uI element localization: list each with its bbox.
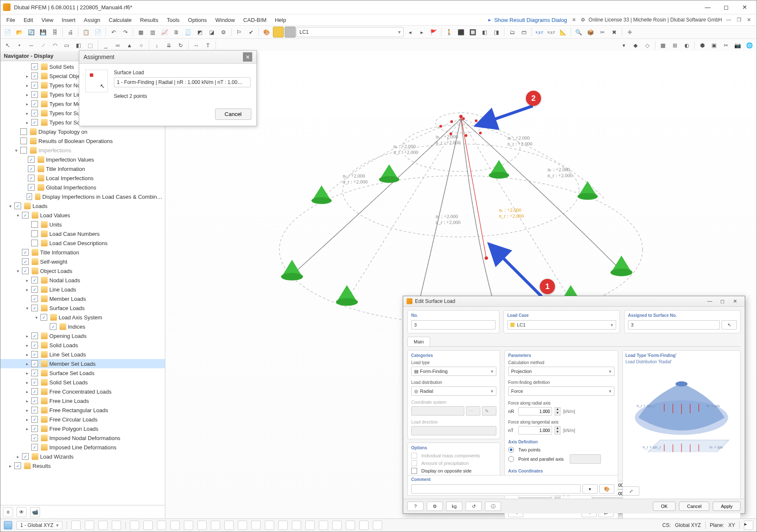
ffdef-combo[interactable]: Force▾ bbox=[508, 386, 614, 396]
ftang-spin[interactable]: ▲▼ bbox=[555, 426, 560, 435]
tree-checkbox[interactable] bbox=[22, 212, 29, 219]
tree-checkbox[interactable] bbox=[27, 193, 32, 200]
menu-tools[interactable]: Tools bbox=[162, 16, 183, 24]
tree-item[interactable]: Imposed Nodal Deformations bbox=[0, 433, 165, 443]
tree-item[interactable]: Title Information bbox=[0, 164, 165, 173]
dims-icon[interactable]: 📐 bbox=[558, 27, 568, 38]
tree-checkbox[interactable] bbox=[31, 286, 38, 293]
tree-item[interactable]: ▸Nodal Loads bbox=[0, 275, 165, 285]
comment-color-icon[interactable]: 🎨 bbox=[599, 484, 614, 494]
tree-item[interactable]: ▸Free Concentrated Loads bbox=[0, 387, 165, 396]
units-icon[interactable]: kg bbox=[446, 502, 462, 511]
tree-checkbox[interactable] bbox=[31, 100, 38, 107]
hinge-icon[interactable]: ○ bbox=[136, 40, 147, 51]
sb-c-icon[interactable] bbox=[224, 521, 234, 530]
cube2-icon[interactable]: 🔲 bbox=[467, 27, 478, 38]
tree-checkbox[interactable] bbox=[31, 240, 38, 246]
sb-osnap-icon[interactable] bbox=[157, 521, 166, 530]
arc-icon[interactable]: ◠ bbox=[49, 40, 60, 51]
tree-item[interactable]: Indices bbox=[0, 322, 165, 331]
sb-i-icon[interactable] bbox=[305, 521, 315, 530]
maximize-button[interactable]: ◻ bbox=[717, 0, 735, 14]
close-button[interactable]: ✕ bbox=[735, 0, 754, 14]
copy-icon[interactable]: 📋 bbox=[81, 27, 92, 38]
tree-checkbox[interactable] bbox=[31, 63, 38, 70]
sb-l-icon[interactable] bbox=[346, 521, 355, 530]
menu-results[interactable]: Results bbox=[136, 16, 162, 24]
assignment-value[interactable]: 1 - Form-Finding | Radial | nR : 1.000 k… bbox=[114, 77, 251, 87]
tree-item[interactable]: Display Topology on bbox=[0, 127, 165, 136]
surface-icon[interactable]: ◧ bbox=[73, 40, 84, 51]
calc-icon[interactable]: ⚙ bbox=[218, 27, 229, 38]
menu-window[interactable]: Window bbox=[211, 16, 239, 24]
tree-item[interactable]: ▾Surface Loads bbox=[0, 303, 165, 313]
open-icon[interactable]: 📂 bbox=[14, 27, 25, 38]
sb-snap3-icon[interactable] bbox=[98, 521, 108, 530]
ortho-icon[interactable]: ⊞ bbox=[669, 40, 680, 51]
info-icon[interactable]: ⓘ bbox=[485, 502, 501, 511]
sb-d-icon[interactable] bbox=[238, 521, 247, 530]
loaddist-combo[interactable]: ◎ Radial▾ bbox=[411, 386, 496, 396]
cube1-icon[interactable]: ⬛ bbox=[455, 27, 466, 38]
tree-checkbox[interactable] bbox=[28, 184, 35, 191]
tree-item[interactable]: Member Loads bbox=[0, 294, 165, 303]
sb-guide-icon[interactable] bbox=[170, 521, 180, 530]
settings-icon[interactable]: ⚙ bbox=[427, 502, 443, 511]
tree-item[interactable]: ▸Load Wizards bbox=[0, 452, 165, 461]
fradial-spin[interactable]: ▲▼ bbox=[555, 407, 560, 416]
opt-opposite-check[interactable] bbox=[411, 468, 417, 474]
save-icon[interactable]: 💾 bbox=[38, 27, 48, 38]
tree-checkbox[interactable] bbox=[22, 249, 29, 256]
snap1-icon[interactable]: ◆ bbox=[630, 40, 641, 51]
tree-checkbox[interactable] bbox=[14, 462, 21, 469]
tree-item[interactable]: Title Information bbox=[0, 248, 165, 257]
sb-h-icon[interactable] bbox=[292, 521, 301, 530]
gridtoggle-icon[interactable]: ▦ bbox=[657, 40, 668, 51]
iso-icon[interactable]: ⬢ bbox=[697, 40, 708, 51]
menu-cad-bim[interactable]: CAD-BIM bbox=[239, 16, 271, 24]
persp-icon[interactable]: ▣ bbox=[709, 40, 719, 51]
tree-item[interactable]: ▸Free Polygon Loads bbox=[0, 424, 165, 433]
sb-f-icon[interactable] bbox=[265, 521, 274, 530]
show-result-diagrams-link[interactable]: Show Result Diagrams Dialog bbox=[494, 17, 567, 23]
tree-checkbox[interactable] bbox=[31, 221, 38, 228]
tree-item[interactable]: ▸Free Rectangular Loads bbox=[0, 405, 165, 415]
tree-checkbox[interactable] bbox=[31, 73, 38, 79]
clip-icon[interactable]: ✂ bbox=[720, 40, 731, 51]
comment-input[interactable] bbox=[411, 484, 581, 494]
tree-checkbox[interactable] bbox=[31, 370, 38, 376]
areaload-icon[interactable]: ⇊ bbox=[163, 40, 174, 51]
layer-icon[interactable]: 🗂 bbox=[506, 27, 517, 38]
tree-checkbox[interactable] bbox=[31, 305, 38, 311]
radio-two-points[interactable] bbox=[508, 447, 514, 453]
radio-point-parallel[interactable] bbox=[508, 456, 514, 462]
workplane-combo[interactable]: 1 - Global XYZ▾ bbox=[16, 521, 62, 529]
tree-item[interactable]: ▾Load Axis System bbox=[0, 313, 165, 322]
tree-checkbox[interactable] bbox=[28, 175, 35, 181]
tree-checkbox[interactable] bbox=[31, 110, 38, 116]
polyline-icon[interactable]: ⟋ bbox=[38, 40, 48, 51]
comment-dropdown-icon[interactable]: ▾ bbox=[582, 484, 598, 494]
dialog-max-icon[interactable]: ◻ bbox=[716, 298, 729, 304]
pointer-icon[interactable]: ↖ bbox=[2, 40, 13, 51]
tree-checkbox[interactable] bbox=[31, 91, 38, 98]
xyz2-icon[interactable]: x,y,z bbox=[546, 27, 557, 38]
tree-item[interactable]: Imperfection Values bbox=[0, 155, 165, 164]
tree-item[interactable]: Load Case Numbers bbox=[0, 229, 165, 238]
tree-checkbox[interactable] bbox=[31, 360, 38, 367]
xyz1-icon[interactable]: x,y,z bbox=[534, 27, 545, 38]
tree-checkbox[interactable] bbox=[31, 444, 38, 451]
workplane-icon[interactable] bbox=[4, 521, 12, 529]
sb-grid-icon[interactable] bbox=[130, 521, 139, 530]
tree-item[interactable]: Display Imperfections in Load Cases & Co… bbox=[0, 192, 165, 201]
minimize-button[interactable]: — bbox=[698, 0, 717, 14]
tree-checkbox[interactable] bbox=[28, 156, 35, 163]
tree-checkbox[interactable] bbox=[31, 119, 38, 126]
tree-item[interactable]: ▾Load Values bbox=[0, 211, 165, 220]
filter-icon[interactable]: ▾ bbox=[618, 40, 629, 51]
ok-button[interactable]: OK bbox=[653, 502, 676, 511]
prev-lc-icon[interactable]: ◂ bbox=[404, 27, 415, 38]
help-icon[interactable]: ? bbox=[407, 502, 423, 511]
close-hint-icon[interactable]: ✕ bbox=[571, 16, 577, 23]
dialog-close-icon[interactable]: ✕ bbox=[729, 298, 741, 304]
